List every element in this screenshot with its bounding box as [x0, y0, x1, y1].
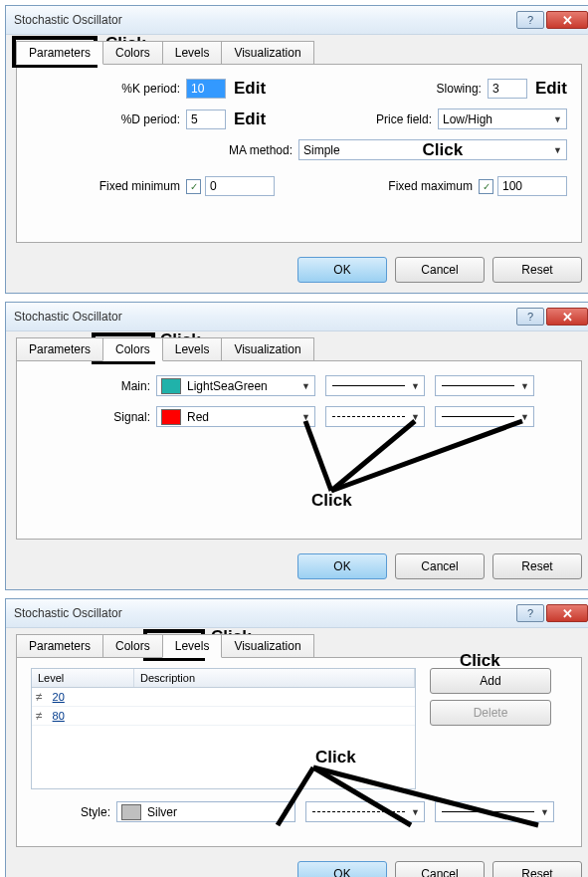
- label-slowing: Slowing:: [412, 82, 488, 96]
- signal-color-text: Red: [187, 410, 209, 424]
- input-slowing[interactable]: [488, 79, 527, 99]
- tab-parameters[interactable]: Parameters: [16, 634, 103, 658]
- titlebar: Stochastic Oscillator ? ✕: [6, 6, 588, 35]
- chevron-down-icon: ▼: [520, 412, 529, 422]
- title-text: Stochastic Oscillator: [14, 13, 514, 27]
- chevron-down-icon: ▼: [301, 412, 310, 422]
- annot-edit-slowing: Edit: [535, 79, 567, 99]
- help-button[interactable]: ?: [516, 604, 544, 622]
- line-sample-width: [442, 416, 514, 417]
- help-button[interactable]: ?: [516, 308, 544, 326]
- checkbox-fixed-min[interactable]: ✓: [186, 179, 201, 194]
- tabstrip: Parameters Colors Levels Visualization: [6, 628, 588, 658]
- tabpanel-levels: Level Description ≠ 20 ≠ 80 Add Delete S…: [16, 657, 582, 847]
- chevron-down-icon: ▼: [540, 807, 549, 817]
- line-sample-solid: [332, 385, 405, 386]
- reset-button[interactable]: Reset: [492, 861, 582, 877]
- annot-click-ma: Click: [423, 140, 464, 160]
- ok-button[interactable]: OK: [297, 257, 387, 283]
- reset-button[interactable]: Reset: [492, 553, 582, 579]
- tab-parameters[interactable]: Parameters: [16, 337, 103, 361]
- label-d-period: %D period:: [31, 112, 186, 126]
- select-style-linestyle[interactable]: ▼: [305, 801, 425, 822]
- level-row[interactable]: ≠ 20: [32, 688, 415, 707]
- chevron-down-icon: ▼: [282, 807, 291, 817]
- title-text: Stochastic Oscillator: [14, 606, 514, 620]
- cancel-button[interactable]: Cancel: [395, 861, 485, 877]
- tab-colors[interactable]: Colors: [102, 337, 163, 361]
- add-button[interactable]: Add: [430, 668, 551, 694]
- swatch-signal: [161, 409, 181, 425]
- select-style-linewidth[interactable]: ▼: [435, 801, 554, 822]
- select-style-color[interactable]: Silver ▼: [116, 801, 295, 822]
- annot-edit-d: Edit: [234, 110, 266, 129]
- select-main-linewidth[interactable]: ▼: [435, 375, 534, 396]
- delete-button[interactable]: Delete: [430, 700, 551, 726]
- tab-levels[interactable]: Levels: [162, 634, 223, 658]
- cancel-button[interactable]: Cancel: [395, 257, 485, 283]
- checkbox-fixed-max[interactable]: ✓: [479, 179, 493, 194]
- input-fixed-max[interactable]: [497, 176, 567, 196]
- select-ma-method[interactable]: Simple Click ▼: [298, 139, 567, 160]
- tabpanel-parameters: %K period: Edit Slowing: Edit %D period:…: [16, 64, 582, 243]
- tab-visualization[interactable]: Visualization: [221, 337, 313, 361]
- input-fixed-min[interactable]: [205, 176, 275, 196]
- levels-table[interactable]: Level Description ≠ 20 ≠ 80: [31, 668, 416, 789]
- label-k-period: %K period:: [31, 82, 186, 96]
- line-sample-dashed: [332, 416, 405, 417]
- close-button[interactable]: ✕: [546, 11, 588, 29]
- tab-levels[interactable]: Levels: [162, 337, 223, 361]
- label-price-field: Price field:: [362, 112, 438, 126]
- ok-button[interactable]: OK: [297, 861, 387, 877]
- close-button[interactable]: ✕: [546, 604, 588, 622]
- tab-colors[interactable]: Colors: [102, 41, 163, 65]
- swatch-style: [121, 804, 141, 820]
- dialog-colors: Stochastic Oscillator ? ✕ Parameters Col…: [5, 302, 588, 590]
- chevron-down-icon: ▼: [411, 412, 420, 422]
- title-text: Stochastic Oscillator: [14, 310, 514, 324]
- label-style: Style:: [31, 805, 116, 819]
- reset-button[interactable]: Reset: [492, 257, 582, 283]
- line-sample-dashed: [312, 811, 405, 812]
- tabstrip: Parameters Colors Levels Visualization: [6, 331, 588, 361]
- tabpanel-colors: Main: LightSeaGreen ▼ ▼ ▼ Signal: Red: [16, 360, 582, 540]
- select-signal-color[interactable]: Red ▼: [156, 406, 315, 427]
- select-signal-linestyle[interactable]: ▼: [325, 406, 425, 427]
- label-fixed-max: Fixed maximum: [363, 179, 479, 193]
- input-d-period[interactable]: [186, 110, 226, 129]
- main-color-text: LightSeaGreen: [187, 379, 268, 393]
- tab-visualization[interactable]: Visualization: [221, 41, 313, 65]
- tab-visualization[interactable]: Visualization: [221, 634, 313, 658]
- button-row: OK Cancel Reset: [6, 251, 588, 293]
- label-ma-method: MA method:: [213, 143, 298, 157]
- level-row[interactable]: ≠ 80: [32, 707, 415, 726]
- svg-line-2: [331, 421, 522, 491]
- annot-edit-k: Edit: [234, 79, 266, 99]
- ok-button[interactable]: OK: [297, 553, 387, 579]
- select-price-field-text: Low/High: [443, 112, 492, 126]
- close-button[interactable]: ✕: [546, 308, 588, 326]
- label-fixed-min: Fixed minimum: [31, 179, 186, 193]
- chevron-down-icon: ▼: [301, 381, 310, 391]
- tab-colors[interactable]: Colors: [102, 634, 163, 658]
- label-signal: Signal:: [31, 410, 156, 424]
- button-row: OK Cancel Reset: [6, 855, 588, 877]
- select-signal-linewidth[interactable]: ▼: [435, 406, 534, 427]
- tab-parameters[interactable]: Parameters: [16, 41, 103, 65]
- annot-click-colors-body: Click: [311, 491, 352, 511]
- header-level: Level: [32, 669, 134, 687]
- tab-levels[interactable]: Levels: [162, 41, 223, 65]
- chevron-down-icon: ▼: [411, 807, 420, 817]
- select-price-field[interactable]: Low/High ▼: [438, 109, 567, 129]
- chevron-down-icon: ▼: [520, 381, 529, 391]
- swatch-main: [161, 378, 181, 394]
- help-button[interactable]: ?: [516, 11, 544, 29]
- select-main-linestyle[interactable]: ▼: [325, 375, 425, 396]
- level-value: 80: [47, 710, 71, 722]
- cancel-button[interactable]: Cancel: [395, 553, 485, 579]
- chevron-down-icon: ▼: [411, 381, 420, 391]
- input-k-period[interactable]: [186, 79, 226, 99]
- tabstrip: Parameters Colors Levels Visualization: [6, 35, 588, 65]
- titlebar: Stochastic Oscillator ? ✕: [6, 303, 588, 331]
- select-main-color[interactable]: LightSeaGreen ▼: [156, 375, 315, 396]
